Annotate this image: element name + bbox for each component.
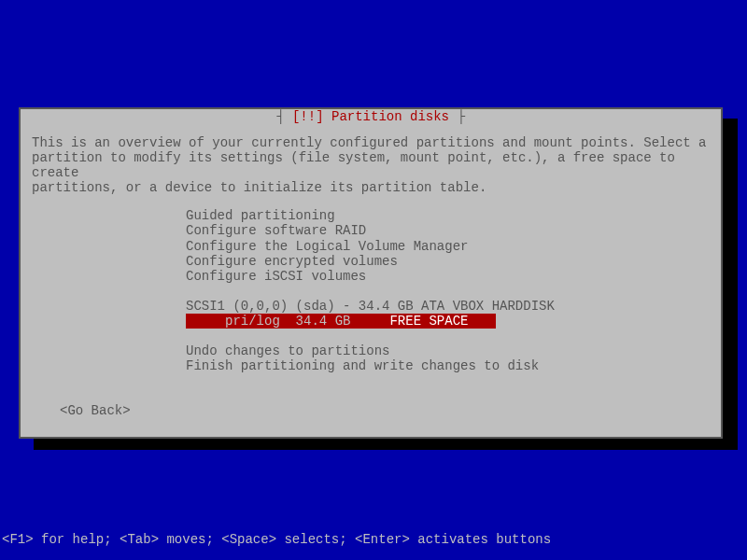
option-guided[interactable]: Guided partitioning xyxy=(186,208,719,223)
partition-dialog: ┤ [!!] Partition disks ├ This is an over… xyxy=(19,107,723,439)
options-list: Guided partitioning Configure software R… xyxy=(186,208,719,373)
disk-header[interactable]: SCSI1 (0,0,0) (sda) - 34.4 GB ATA VBOX H… xyxy=(186,299,719,314)
title-prefix: ┤ xyxy=(276,109,292,124)
option-lvm[interactable]: Configure the Logical Volume Manager xyxy=(186,239,719,254)
free-space-prefix: pri/log 34.4 GB xyxy=(186,314,389,329)
option-encrypted[interactable]: Configure encrypted volumes xyxy=(186,254,719,269)
title-suffix: ├ xyxy=(449,109,465,124)
dialog-title-row: ┤ [!!] Partition disks ├ xyxy=(22,109,719,124)
option-raid[interactable]: Configure software RAID xyxy=(186,223,719,238)
option-undo[interactable]: Undo changes to partitions xyxy=(186,343,719,358)
title-bang: [!!] xyxy=(292,109,331,124)
option-finish[interactable]: Finish partitioning and write changes to… xyxy=(186,358,719,373)
free-space-label: FREE SPACE xyxy=(389,314,491,329)
intro-text: This is an overview of your currently co… xyxy=(22,124,719,195)
help-bar: <F1> for help; <Tab> moves; <Space> sele… xyxy=(0,532,551,547)
option-free-space-row[interactable]: pri/log 34.4 GB FREE SPACE xyxy=(186,314,719,329)
dialog-title: Partition disks xyxy=(331,109,449,124)
option-iscsi[interactable]: Configure iSCSI volumes xyxy=(186,269,719,284)
go-back-button[interactable]: <Go Back> xyxy=(60,403,131,418)
